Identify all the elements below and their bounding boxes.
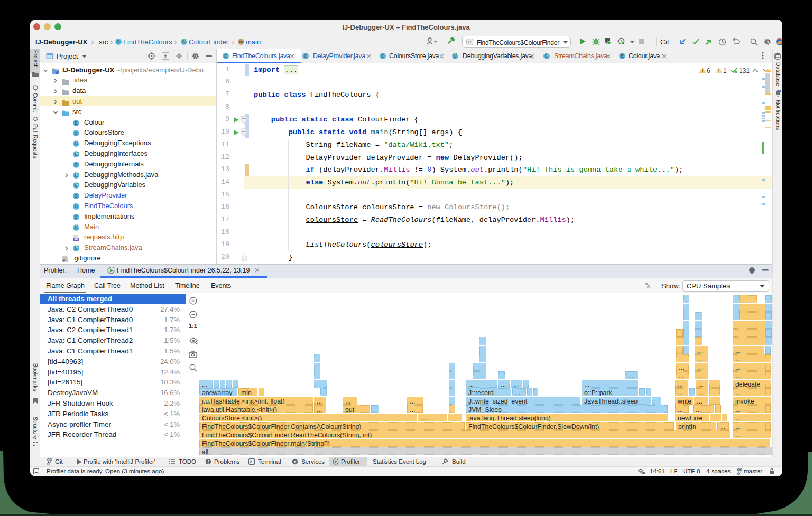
svg-text:m: m xyxy=(239,40,243,44)
svg-text:E: E xyxy=(75,120,78,126)
svg-text:C: C xyxy=(75,214,78,220)
svg-text:C: C xyxy=(117,39,120,44)
svg-text:API: API xyxy=(74,238,78,241)
svg-text:E: E xyxy=(621,53,624,59)
svg-text:C: C xyxy=(75,162,78,167)
svg-text:C: C xyxy=(75,130,78,136)
svg-text:C: C xyxy=(75,193,78,199)
svg-text:C: C xyxy=(304,53,307,59)
svg-text:C: C xyxy=(75,204,78,209)
svg-text:C: C xyxy=(381,53,384,59)
svg-text:C: C xyxy=(224,53,227,59)
